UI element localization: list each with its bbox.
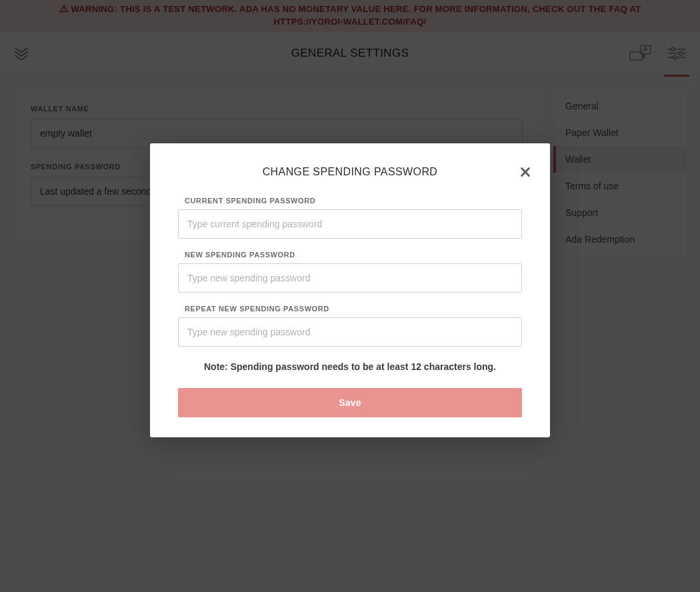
modal-overlay[interactable]: CHANGE SPENDING PASSWORD CURRENT SPENDIN…	[0, 0, 700, 592]
repeat-password-field: REPEAT NEW SPENDING PASSWORD	[178, 305, 522, 347]
close-icon[interactable]	[519, 166, 531, 181]
current-password-field: CURRENT SPENDING PASSWORD	[178, 197, 522, 239]
new-password-input[interactable]	[178, 263, 522, 293]
repeat-password-input[interactable]	[178, 317, 522, 347]
modal-title: CHANGE SPENDING PASSWORD	[178, 166, 522, 178]
new-password-field: NEW SPENDING PASSWORD	[178, 251, 522, 293]
repeat-password-label: REPEAT NEW SPENDING PASSWORD	[185, 305, 522, 313]
current-password-input[interactable]	[178, 209, 522, 239]
save-button[interactable]: Save	[178, 388, 522, 417]
new-password-label: NEW SPENDING PASSWORD	[185, 251, 522, 259]
current-password-label: CURRENT SPENDING PASSWORD	[185, 197, 522, 205]
change-password-modal: CHANGE SPENDING PASSWORD CURRENT SPENDIN…	[150, 143, 550, 437]
password-length-note: Note: Spending password needs to be at l…	[178, 361, 522, 372]
